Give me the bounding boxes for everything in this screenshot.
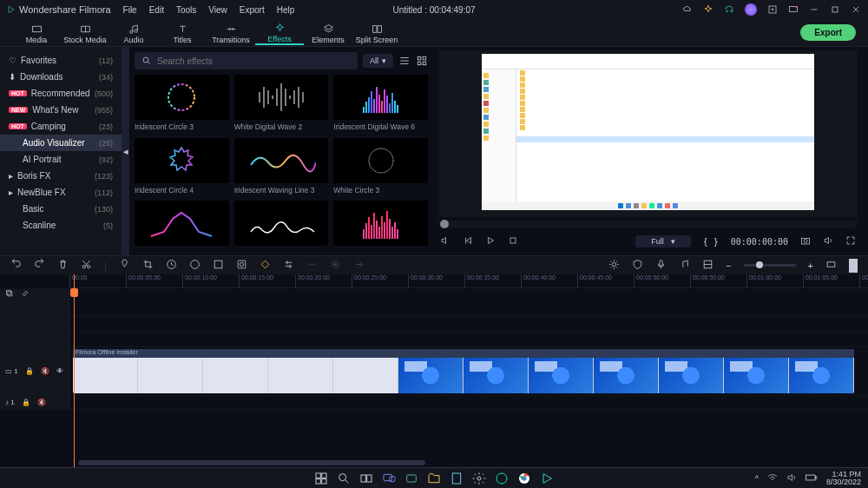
- filter-dropdown[interactable]: All ▾: [363, 54, 393, 68]
- sidebar-scanline[interactable]: Scanline(5): [0, 217, 122, 234]
- edge-icon[interactable]: [495, 472, 509, 485]
- sidebar-audio-visualizer[interactable]: Audio Visualizer(25): [0, 135, 122, 151]
- timeline-scrollbar[interactable]: [78, 460, 425, 465]
- minimize-icon[interactable]: [809, 4, 819, 15]
- menu-help[interactable]: Help: [277, 5, 295, 15]
- auto-icon[interactable]: [608, 259, 620, 272]
- zoom-slider[interactable]: [744, 264, 796, 267]
- maximize-icon[interactable]: [830, 4, 840, 15]
- zoom-out-icon[interactable]: −: [726, 260, 731, 271]
- delete-icon[interactable]: [57, 259, 69, 272]
- copy-icon[interactable]: [5, 289, 14, 300]
- sidebar-whatsnew[interactable]: NEW What's New(955): [0, 102, 122, 118]
- sidebar-recommended[interactable]: HOT Recommended(500): [0, 85, 122, 102]
- speed-icon[interactable]: [166, 259, 177, 272]
- render-icon[interactable]: [353, 259, 365, 272]
- video-clip[interactable]: Filmora Offline Installer: [73, 349, 854, 393]
- quality-dropdown[interactable]: Full ▾: [635, 235, 691, 247]
- headset-icon[interactable]: [724, 4, 734, 15]
- video-track-1[interactable]: ▭ 1🔒🔇👁 Filmora Offline Installer: [0, 347, 868, 396]
- crop-icon[interactable]: [142, 259, 154, 272]
- sidebar-collapse[interactable]: ◂: [122, 47, 129, 255]
- effect-item[interactable]: [234, 201, 329, 250]
- undo-icon[interactable]: [10, 259, 22, 272]
- eye-icon[interactable]: 👁: [56, 367, 63, 375]
- effect-item[interactable]: Iridescent Digital Wave 6: [333, 75, 428, 133]
- tray-chevron-icon[interactable]: ^: [755, 474, 759, 483]
- cloud-icon[interactable]: [682, 4, 693, 15]
- sidebar-borisfx[interactable]: ▸ Boris FX(123): [0, 168, 122, 184]
- playhead[interactable]: [74, 274, 75, 467]
- notepad-icon[interactable]: [450, 472, 464, 485]
- sidebar-newbluefx[interactable]: ▸ NewBlue FX(112): [0, 184, 122, 201]
- preview-video[interactable]: [438, 50, 858, 217]
- play-icon[interactable]: [485, 235, 496, 247]
- snapshot-icon[interactable]: [800, 235, 811, 247]
- system-clock[interactable]: 1:41 PM 8/30/2022: [826, 471, 861, 486]
- zoom-in-icon[interactable]: +: [808, 260, 813, 271]
- download-icon[interactable]: [767, 4, 778, 15]
- tab-stock-media[interactable]: Stock Media: [61, 22, 109, 44]
- fullscreen-icon[interactable]: [845, 235, 856, 247]
- mute-icon[interactable]: 🔇: [41, 367, 49, 375]
- lock-icon[interactable]: 🔒: [25, 367, 34, 375]
- link-icon[interactable]: [21, 289, 30, 300]
- shield-icon[interactable]: [632, 259, 643, 272]
- explorer-icon[interactable]: [427, 472, 441, 485]
- chat-icon[interactable]: [382, 472, 396, 485]
- taskview-icon[interactable]: [359, 472, 373, 485]
- view-grid-icon[interactable]: [416, 55, 428, 67]
- tab-audio[interactable]: Audio: [109, 22, 158, 44]
- marker-icon[interactable]: [119, 259, 130, 272]
- search-input[interactable]: [157, 56, 351, 66]
- settings-icon[interactable]: [283, 259, 294, 272]
- prev-frame-icon[interactable]: [463, 235, 473, 247]
- message-icon[interactable]: [788, 4, 799, 15]
- sidebar-downloads[interactable]: ⬇ Downloads(34): [0, 69, 122, 85]
- menu-file[interactable]: File: [123, 5, 137, 15]
- tab-effects[interactable]: Effects: [255, 21, 304, 45]
- sidebar-favorites[interactable]: ♡ Favorites(12): [0, 52, 122, 69]
- menu-export[interactable]: Export: [240, 5, 265, 15]
- redo-icon[interactable]: [34, 259, 45, 272]
- mixer-icon[interactable]: [679, 259, 690, 272]
- menu-view[interactable]: View: [208, 5, 227, 15]
- gallery-icon[interactable]: [404, 472, 418, 485]
- zoom-fit-icon[interactable]: [825, 259, 837, 272]
- keyframe-icon[interactable]: [260, 259, 271, 272]
- sidebar-camping[interactable]: HOT Camping(23): [0, 118, 122, 135]
- mute-icon[interactable]: 🔇: [37, 399, 46, 406]
- audio-icon[interactable]: [823, 235, 833, 247]
- snap-icon[interactable]: [702, 259, 713, 272]
- tab-split-screen[interactable]: Split Screen: [352, 22, 401, 44]
- sparkle-icon[interactable]: [703, 4, 713, 15]
- record-icon[interactable]: [330, 259, 341, 272]
- tab-media[interactable]: Media: [12, 22, 61, 44]
- sidebar-basic[interactable]: Basic(130): [0, 201, 122, 217]
- tab-titles[interactable]: Titles: [158, 22, 207, 44]
- cut-icon[interactable]: [81, 259, 92, 272]
- search-box[interactable]: [135, 52, 358, 69]
- audio-track-1[interactable]: ♪ 1🔒🔇: [0, 396, 868, 410]
- avatar[interactable]: [745, 3, 757, 16]
- menu-edit[interactable]: Edit: [149, 5, 164, 15]
- view-list-icon[interactable]: [398, 55, 411, 67]
- mic-icon[interactable]: [655, 259, 667, 272]
- battery-icon[interactable]: [806, 473, 818, 484]
- export-button[interactable]: Export: [800, 24, 856, 41]
- more-icon[interactable]: [306, 259, 318, 272]
- tab-elements[interactable]: Elements: [304, 22, 352, 44]
- mask-icon[interactable]: [236, 259, 247, 272]
- green-screen-icon[interactable]: [213, 259, 224, 272]
- mark-in-icon[interactable]: { }: [703, 237, 719, 247]
- volume-icon[interactable]: [440, 235, 450, 247]
- sound-icon[interactable]: [786, 472, 797, 485]
- effect-item[interactable]: White Digital Wave 2: [234, 75, 329, 133]
- effect-item[interactable]: White Circle 3: [333, 138, 428, 196]
- effect-item[interactable]: [333, 201, 428, 250]
- search-taskbar-icon[interactable]: [337, 472, 351, 485]
- close-icon[interactable]: [851, 4, 861, 15]
- effect-item[interactable]: Iridescent Waving Line 3: [234, 138, 329, 196]
- time-ruler[interactable]: 00:0000:00:05:0000:00:10:0000:00:15:0000…: [69, 274, 868, 288]
- effect-item[interactable]: Iridescent Circle 3: [135, 75, 229, 133]
